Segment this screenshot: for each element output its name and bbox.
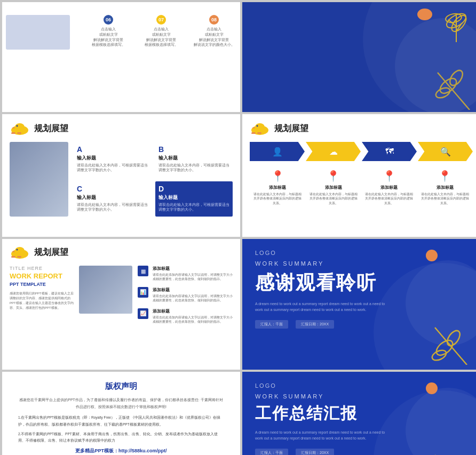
arrow-1-icon: 👤 bbox=[272, 147, 283, 157]
list-title-3: 添加标题 bbox=[153, 308, 233, 314]
pin-1: 📍 添加标题 请在此处输入文本内容，与标题相关开辟各整体清晰反应内部的逻辑关系。 bbox=[253, 170, 302, 205]
step-07-text: 点击输入或粘贴文字解说解说文字背景根据模板选择填写。 bbox=[145, 27, 178, 47]
slide3-content: A 输入标题 请双击此处输入文本内容，可根据需要适当调整文字字数的大小。 B 输… bbox=[10, 142, 233, 217]
svg-point-2 bbox=[449, 13, 469, 34]
item-B-title: 输入标题 bbox=[158, 155, 229, 162]
slide7-more-link: 更多精品PPT模板：http://588ku.com/ppt/ bbox=[18, 448, 224, 454]
slide4-title: 规划展望 bbox=[274, 123, 308, 134]
arrow-1: 👤 bbox=[250, 142, 305, 161]
arrow-2: ☁ bbox=[306, 142, 361, 161]
svg-rect-21 bbox=[257, 132, 261, 134]
pin-3-text: 请在此处输入文本内容，与标题相关开辟各整体清晰反应内部的逻辑关系。 bbox=[365, 192, 413, 205]
arrow-2-icon: ☁ bbox=[329, 147, 338, 157]
slide6-footer-date: 汇报日期：20XX bbox=[296, 320, 334, 329]
svg-point-11 bbox=[15, 123, 25, 131]
slide3-items: A 输入标题 请双击此处输入文本内容，可根据需要适当调整文字字数的大小。 B 输… bbox=[74, 142, 233, 217]
slide5-photo bbox=[79, 266, 132, 314]
svg-point-8 bbox=[447, 68, 465, 88]
arrow-3-icon: 🗺 bbox=[385, 147, 394, 156]
step-08: 08 点击输入或粘贴文字解说解说文字背景解说说文字的颜色大小。 bbox=[192, 15, 237, 112]
work-report: WORK REPORT bbox=[10, 272, 74, 281]
slide-4: 规划展望 👤 ☁ 🗺 bbox=[242, 114, 476, 237]
slide5-title: 规划展望 bbox=[34, 247, 68, 258]
title-here: TITLE HERE bbox=[10, 266, 74, 271]
pin-4-title: 添加标题 bbox=[437, 185, 454, 190]
list-text-1: 请双击此处添加内容请输入文字以说明，对调整文字大小成都的重要性，此也依靠您快、做… bbox=[153, 273, 233, 282]
svg-rect-30 bbox=[11, 256, 15, 258]
slide-6: LOGO WORK SUMMARY 感谢观看聆听 A dream need to… bbox=[242, 239, 476, 370]
pin-2: 📍 添加标题 请在此处输入文本内容，与标题相关开辟各整体清晰反应内部的逻辑关系。 bbox=[310, 170, 358, 205]
slide8-footer-reporter: 汇报人：千面 bbox=[255, 449, 288, 455]
slide3-title: 规划展望 bbox=[34, 123, 68, 134]
pin-3-icon: 📍 bbox=[383, 170, 396, 182]
item-A: A 输入标题 请双击此处输入文本内容，可根据需要适当调整文字字数的大小。 bbox=[74, 142, 151, 177]
pin-4-text: 请在此处输入文本内容，与标题相关开辟各整体清晰反应内部的逻辑关系。 bbox=[421, 192, 469, 205]
leaf-decoration bbox=[427, 5, 475, 55]
svg-point-12 bbox=[17, 125, 18, 127]
pin-1-icon: 📍 bbox=[271, 170, 284, 182]
pin-3-title: 添加标题 bbox=[380, 185, 398, 190]
svg-point-18 bbox=[257, 125, 258, 127]
pin-2-text: 请在此处输入文本内容，与标题相关开辟各整体清晰反应内部的逻辑关系。 bbox=[310, 192, 358, 205]
arrow-3: 🗺 bbox=[362, 142, 417, 161]
arrow-4-icon: 🔍 bbox=[440, 147, 451, 157]
ppt-template: PPT TEMPLATE bbox=[10, 282, 74, 287]
step-06-text: 点击输入或粘贴文字解说解说文字背景根据模板选择填写。 bbox=[92, 27, 125, 47]
list-item-2: 📊 添加标题 请双击此处添加内容请输入文字以说明，对调整文字大小成都的重要性，此… bbox=[138, 287, 233, 303]
step-06: 06 点击输入或粘贴文字解说解说文字背景根据模板选择填写。 bbox=[86, 15, 131, 112]
pin-4-icon: 📍 bbox=[438, 170, 451, 182]
item-B: B 输入标题 请双击此处输入文本内容，可根据需要适当调整文字字数的大小。 bbox=[155, 142, 233, 177]
item-B-text: 请双击此处输入文本内容，可根据需要适当调整文字字数的大小。 bbox=[158, 163, 229, 172]
item-D: D 输入标题 请双击此处输入文本内容，可根据需要适当调整文字字数的大小。 bbox=[155, 181, 233, 217]
svg-rect-20 bbox=[251, 132, 256, 134]
step-08-text: 点击输入或粘贴文字解说解说文字背景解说说文字的颜色大小。 bbox=[194, 27, 235, 47]
slide4-header: 规划展望 bbox=[250, 122, 473, 135]
svg-point-27 bbox=[15, 247, 25, 254]
item-B-letter: B bbox=[158, 145, 229, 154]
slide3-photo bbox=[10, 142, 68, 217]
list-content-1: 添加标题 请双击此处添加内容请输入文字以说明，对调整文字大小成都的重要性，此也依… bbox=[153, 266, 233, 282]
step-07: 07 点击输入或粘贴文字解说解说文字背景根据模板选择填写。 bbox=[139, 15, 184, 112]
slide5-list: ▦ 添加标题 请双击此处添加内容请输入文字以说明，对调整文字大小成都的重要性，此… bbox=[138, 266, 233, 324]
slide5-desc: 感谢您使用我们的PPT模板，建议在输入之后调整好的文字内容、感谢您提供相同格式的… bbox=[10, 291, 74, 310]
slide7-rule-2: 2.不得将千素网的PPT模板、PPT素材、本身用于商出售，伤害出售、出售、轻化、… bbox=[18, 431, 224, 444]
list-icon-1: ▦ bbox=[138, 266, 148, 276]
svg-point-34 bbox=[445, 329, 462, 348]
slide7-rule-1: 1.在千素网出售的PPT模板是版权税克（即：Royalty Free），正版使 … bbox=[18, 414, 224, 428]
svg-point-33 bbox=[434, 338, 455, 358]
step-07-num: 07 bbox=[156, 15, 166, 25]
item-D-title: 输入标题 bbox=[158, 194, 229, 201]
pins-row: 📍 添加标题 请在此处输入文本内容，与标题相关开辟各整体清晰反应内部的逻辑关系。… bbox=[250, 170, 473, 205]
step-08-num: 08 bbox=[209, 15, 219, 25]
slide7-title: 版权声明 bbox=[18, 381, 224, 392]
arrow-row: 👤 ☁ 🗺 🔍 bbox=[250, 142, 473, 161]
pin-4: 📍 添加标题 请在此处输入文本内容，与标题相关开辟各整体清晰反应内部的逻辑关系。 bbox=[421, 170, 469, 205]
slide-2 bbox=[242, 2, 476, 112]
slide-7: 版权声明 感谢您在千素网平台上提供的PPT作品，为了遵循和传播以及履行作者的有益… bbox=[2, 372, 240, 455]
duck-icon-5 bbox=[10, 245, 30, 259]
list-text-3: 请双击此处添加内容请输入文字以说明，对调整文字大小成都的重要性，此也依靠您快、做… bbox=[153, 315, 233, 324]
item-D-letter: D bbox=[158, 185, 229, 193]
leaf-deco-8 bbox=[424, 439, 476, 455]
leaf-svg-8 bbox=[424, 439, 476, 455]
item-C-title: 输入标题 bbox=[77, 194, 148, 201]
deco-orange-6 bbox=[426, 250, 438, 261]
step-06-num: 06 bbox=[104, 15, 113, 25]
pin-2-icon: 📍 bbox=[327, 170, 340, 182]
list-icon-2: 📊 bbox=[138, 287, 148, 298]
slide-3: 规划展望 A 输入标题 请双击此处输入文本内容，可根据需要适当调整文字字数的大小… bbox=[2, 114, 240, 237]
item-A-text: 请双击此处输入文本内容，可根据需要适当调整文字字数的大小。 bbox=[77, 163, 148, 172]
slide7-intro: 感谢您在千素网平台上提供的PPT作品，为了遵循和传播以及履行作者的有益、保护著，… bbox=[18, 397, 224, 410]
leaf-svg bbox=[427, 5, 475, 53]
list-content-2: 添加标题 请双击此处添加内容请输入文字以说明，对调整文字大小成都的重要性，此也依… bbox=[153, 287, 233, 303]
slide-5: 规划展望 TITLE HERE WORK REPORT PPT TEMPLATE… bbox=[2, 239, 240, 370]
pin-1-text: 请在此处输入文本内容，与标题相关开辟各整体清晰反应内部的逻辑关系。 bbox=[253, 192, 302, 205]
slide-1: 06 点击输入或粘贴文字解说解说文字背景根据模板选择填写。 07 点击输入或粘贴… bbox=[2, 2, 240, 112]
list-content-3: 添加标题 请双击此处添加内容请输入文字以说明，对调整文字大小成都的重要性，此也依… bbox=[153, 308, 233, 324]
slides-grid: 06 点击输入或粘贴文字解说解说文字背景根据模板选择填写。 07 点击输入或粘贴… bbox=[0, 0, 476, 455]
svg-rect-14 bbox=[11, 132, 15, 134]
svg-point-28 bbox=[17, 249, 18, 251]
steps-bar: 06 点击输入或粘贴文字解说解说文字背景根据模板选择填写。 07 点击输入或粘贴… bbox=[10, 9, 233, 112]
item-C-text: 请双击此处输入文本内容，可根据需要适当调整文字字数的大小。 bbox=[77, 202, 148, 212]
svg-point-17 bbox=[255, 123, 265, 131]
